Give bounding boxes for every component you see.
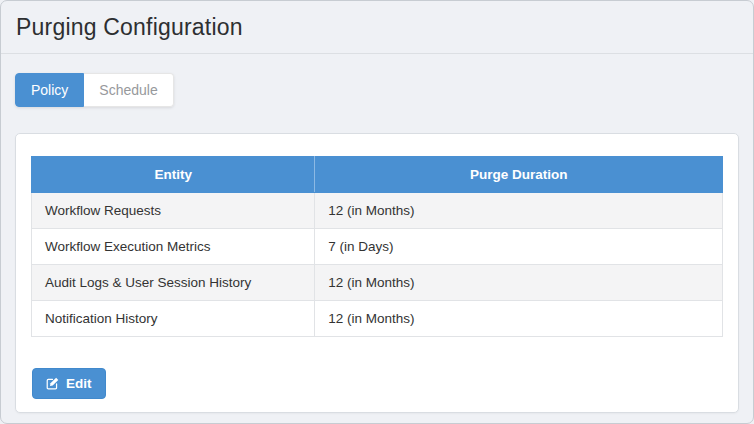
table-row: Workflow Execution Metrics 7 (in Days) [32, 229, 723, 265]
edit-icon [46, 377, 59, 390]
purge-duration-cell: 12 (in Months) [315, 193, 723, 229]
tab-schedule[interactable]: Schedule [84, 73, 173, 107]
edit-button-label: Edit [66, 376, 92, 391]
tab-group: Policy Schedule [15, 73, 174, 107]
table-row: Audit Logs & User Session History 12 (in… [32, 265, 723, 301]
entity-cell: Workflow Execution Metrics [32, 229, 315, 265]
entity-cell: Notification History [32, 301, 315, 337]
purge-policy-table: Entity Purge Duration Workflow Requests … [31, 156, 723, 337]
table-row: Workflow Requests 12 (in Months) [32, 193, 723, 229]
purge-duration-cell: 12 (in Months) [315, 265, 723, 301]
table-header: Entity Purge Duration [32, 157, 723, 193]
title-divider [1, 53, 753, 54]
edit-button[interactable]: Edit [32, 368, 106, 399]
column-header-purge-duration: Purge Duration [315, 157, 723, 193]
page-title: Purging Configuration [1, 1, 753, 53]
purge-duration-cell: 7 (in Days) [315, 229, 723, 265]
policy-card: Entity Purge Duration Workflow Requests … [15, 133, 739, 413]
entity-cell: Audit Logs & User Session History [32, 265, 315, 301]
table-row: Notification History 12 (in Months) [32, 301, 723, 337]
entity-cell: Workflow Requests [32, 193, 315, 229]
column-header-entity: Entity [32, 157, 315, 193]
purging-configuration-panel: Purging Configuration Policy Schedule En… [0, 0, 754, 424]
purge-duration-cell: 12 (in Months) [315, 301, 723, 337]
tab-policy[interactable]: Policy [15, 73, 84, 107]
